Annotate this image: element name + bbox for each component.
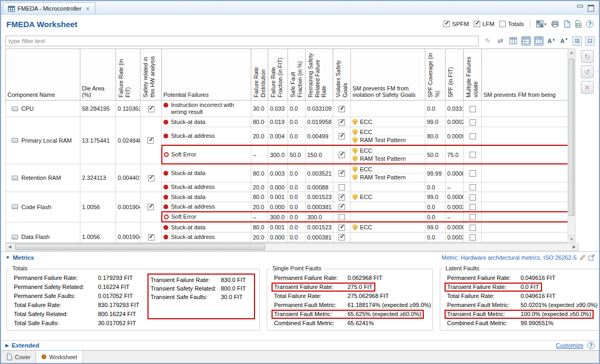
column-header[interactable]: Potential Failures xyxy=(162,49,251,101)
column-header[interactable]: Remaining Safety Related Failure Rate xyxy=(306,49,333,101)
multiple-failures-checkbox[interactable] xyxy=(470,152,476,158)
potential-failure-cell[interactable]: Stuck-at address xyxy=(162,202,251,212)
value-cell[interactable]: 50.0 xyxy=(425,145,446,164)
sync-columns-icon[interactable]: ⇄ xyxy=(496,36,505,46)
collapse-triangle-icon[interactable]: ▼ xyxy=(5,255,10,260)
value-cell[interactable]: 0.000015 xyxy=(446,222,464,233)
sm-prevents-being-cell[interactable] xyxy=(482,117,568,127)
value-cell[interactable]: 0.000 xyxy=(268,183,288,192)
spfm-checkbox[interactable]: SPFM xyxy=(443,21,469,27)
column-header[interactable]: Failure Rate Distribution xyxy=(251,49,268,101)
font-increase-button[interactable]: A▲ xyxy=(547,36,556,46)
value-cell[interactable]: 0.001904 xyxy=(116,222,141,243)
value-cell[interactable]: 300.0 xyxy=(306,212,333,222)
safety-mechanism-cell[interactable] xyxy=(351,212,425,222)
value-cell[interactable]: 50.0 xyxy=(288,145,306,164)
value-cell[interactable]: – xyxy=(446,212,464,222)
potential-failure-cell[interactable]: Soft Error xyxy=(162,212,251,222)
value-cell[interactable]: – xyxy=(446,183,464,192)
violates-checkbox[interactable] xyxy=(339,170,345,177)
value-cell[interactable]: 0.0 xyxy=(425,101,446,117)
sm-prevents-being-cell[interactable] xyxy=(482,192,568,202)
edit-metric-icon[interactable] xyxy=(579,254,586,261)
value-cell[interactable]: 20.0 xyxy=(251,183,268,192)
value-cell[interactable]: 0.0 xyxy=(288,233,306,242)
value-cell[interactable]: 0.019 xyxy=(268,117,288,127)
value-cell[interactable]: 20.0 xyxy=(251,233,268,242)
sm-prevents-being-cell[interactable] xyxy=(482,101,568,117)
value-cell[interactable]: 0.000 xyxy=(268,202,288,212)
scroll-down-icon[interactable]: ▼ xyxy=(568,235,575,243)
value-cell[interactable]: 58.284195 xyxy=(80,101,116,117)
value-cell[interactable]: 0.033109 xyxy=(446,101,464,117)
value-cell[interactable]: 99.99 xyxy=(425,164,446,183)
value-cell[interactable]: 0.001523 xyxy=(306,222,333,233)
violates-checkbox[interactable] xyxy=(339,234,345,241)
export-table-button[interactable] xyxy=(575,20,581,28)
column-header[interactable]: Die Area (%) xyxy=(80,49,116,101)
value-cell[interactable]: 0.0 xyxy=(425,212,446,222)
value-cell[interactable]: 0.000015 xyxy=(446,192,464,202)
component-cell[interactable]: Primary Local RAM xyxy=(6,117,80,164)
value-cell[interactable]: 300.0 xyxy=(268,212,288,222)
expand-all-button[interactable]: ⊞ xyxy=(572,36,582,46)
safety-related-checkbox[interactable] xyxy=(147,204,154,210)
scroll-left-icon[interactable]: ◀ xyxy=(6,243,14,251)
value-cell[interactable]: 0.000001 xyxy=(446,164,464,183)
value-cell[interactable]: – xyxy=(251,212,268,222)
value-cell[interactable]: 99.0 xyxy=(425,192,446,202)
column-header[interactable]: Safety related in this HW analysis xyxy=(141,49,162,101)
violates-checkbox[interactable] xyxy=(339,184,345,191)
scroll-right-icon[interactable]: ▶ xyxy=(570,243,578,251)
safety-related-checkbox[interactable] xyxy=(147,137,154,144)
recalculate-button[interactable]: ↺ xyxy=(581,65,594,78)
view-toggle-flat[interactable] xyxy=(508,36,518,46)
violates-checkbox[interactable] xyxy=(339,214,345,220)
scroll-up-icon[interactable]: ▲ xyxy=(568,49,575,56)
column-header[interactable]: Failure Rate Fraction (in FIT) xyxy=(268,49,288,101)
extended-help-icon[interactable]: ? xyxy=(587,342,595,349)
potential-failure-cell[interactable]: Stuck-at data xyxy=(162,222,251,233)
component-cell[interactable]: CPU xyxy=(6,101,80,117)
sm-prevents-being-cell[interactable] xyxy=(482,164,568,183)
multiple-failures-checkbox[interactable] xyxy=(470,214,476,220)
safety-mechanism-cell[interactable]: ECCRAM Test Pattern xyxy=(351,164,425,183)
view-toggle-grouped[interactable] xyxy=(521,36,531,46)
value-cell[interactable]: 1.0056 xyxy=(80,192,116,222)
lfm-checkbox[interactable]: LFM xyxy=(474,21,495,27)
safety-related-checkbox[interactable] xyxy=(148,234,154,241)
value-cell[interactable]: 0.000381 xyxy=(306,233,333,242)
value-cell[interactable]: 80.0 xyxy=(251,222,268,233)
sm-prevents-being-cell[interactable] xyxy=(482,127,568,146)
safety-mechanism-cell[interactable]: ECCRAM Test Pattern xyxy=(351,127,425,146)
value-cell[interactable]: 20.0 xyxy=(251,127,268,146)
value-cell[interactable]: 0.0 xyxy=(288,164,306,183)
column-header[interactable]: SPF Coverage (in %) xyxy=(425,49,446,101)
view-menu-button[interactable]: ▾ xyxy=(536,20,546,28)
potential-failure-cell[interactable]: Stuck-at data xyxy=(162,164,251,183)
column-header[interactable]: Component Name xyxy=(6,49,80,101)
sm-prevents-being-cell[interactable] xyxy=(482,183,568,192)
value-cell[interactable]: 0.110363 xyxy=(116,101,141,117)
editor-tab-fmeda[interactable]: FMEDA - Microcontroller ✕ xyxy=(3,2,95,14)
violates-checkbox[interactable] xyxy=(339,106,345,112)
value-cell[interactable]: 0.0 xyxy=(425,202,446,212)
value-cell[interactable]: 2.324113 xyxy=(80,164,116,192)
horizontal-scroll-thumb[interactable] xyxy=(15,244,265,250)
safety-mechanism-cell[interactable] xyxy=(351,202,425,212)
value-cell[interactable]: 0.0 xyxy=(288,183,306,192)
multiple-failures-checkbox[interactable] xyxy=(470,204,476,210)
value-cell[interactable]: 80.0 xyxy=(251,117,268,127)
open-metric-icon[interactable] xyxy=(588,254,595,261)
value-cell[interactable]: 0.024948 xyxy=(116,117,141,164)
close-icon[interactable]: ✕ xyxy=(86,6,90,12)
multiple-failures-checkbox[interactable] xyxy=(470,184,476,191)
safety-mechanism-cell[interactable] xyxy=(351,101,425,117)
value-cell[interactable]: 0.0 xyxy=(288,101,306,117)
value-cell[interactable]: 20.0 xyxy=(251,202,268,212)
value-cell[interactable]: 30.0 xyxy=(251,101,268,117)
value-cell[interactable]: 75.0 xyxy=(446,145,464,164)
value-cell[interactable]: 1.0056 xyxy=(80,222,116,243)
value-cell[interactable]: 0.0 xyxy=(288,202,306,212)
potential-failure-cell[interactable]: Stuck-at address xyxy=(162,183,251,192)
